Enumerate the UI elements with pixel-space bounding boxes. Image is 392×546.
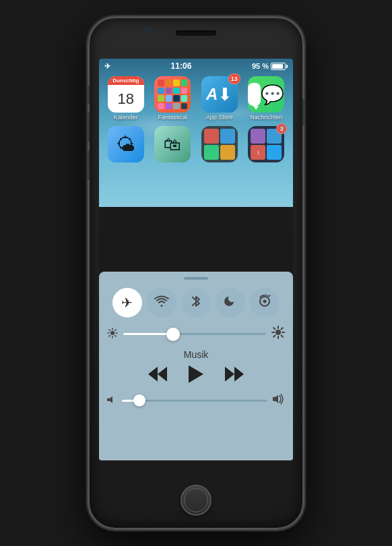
cc-toggle-airplane[interactable]: ✈	[112, 288, 142, 317]
status-left: ✈	[104, 62, 110, 71]
app-grid-row1: Dunschtig 18 Kalender	[99, 73, 293, 123]
app-label-fantastical: Fantastical	[158, 114, 187, 121]
power-button[interactable]	[302, 99, 305, 126]
calendar-header: Dunschtig	[108, 76, 144, 85]
svg-line-17	[282, 336, 283, 337]
svg-line-10	[109, 336, 110, 337]
app-icon-wrapper-calendar: Dunschtig 18 Kalender	[104, 76, 148, 121]
volume-slider-thumb	[133, 394, 145, 406]
svg-point-11	[275, 330, 281, 335]
cc-toggles-row: ✈	[99, 282, 293, 323]
bluetooth-icon	[191, 294, 201, 312]
brightness-slider-thumb	[166, 328, 180, 341]
volume-slider-track[interactable]	[122, 400, 267, 402]
app-label-messages: Nachrichten	[250, 114, 282, 121]
svg-line-18	[282, 328, 283, 329]
cc-brightness-row	[99, 323, 293, 345]
svg-marker-25	[107, 396, 112, 403]
cc-toggle-wifi[interactable]	[147, 288, 176, 317]
svg-point-2	[110, 331, 115, 335]
app-grid-row2: t 3	[99, 123, 293, 165]
home-button-inner	[184, 488, 208, 512]
battery-percentage: 95 %	[252, 62, 269, 70]
svg-marker-24	[234, 367, 244, 382]
svg-line-9	[115, 330, 117, 331]
airplane-mode-icon: ✈	[104, 62, 110, 71]
app-icon-misc2[interactable]: t 3	[248, 126, 284, 162]
svg-line-7	[109, 330, 110, 331]
rotation-lock-icon	[257, 294, 272, 312]
home-button[interactable]	[181, 485, 211, 516]
volume-up-button[interactable]	[87, 113, 90, 142]
airplane-icon: ✈	[121, 295, 133, 311]
brightness-high-icon	[271, 326, 285, 342]
app-icon-wrapper-appstore: A 13 App Store	[198, 76, 241, 121]
app-icon-shopping[interactable]	[154, 126, 191, 162]
app-icon-wrapper-messages: Nachrichten	[245, 76, 288, 121]
cc-toggle-dnd[interactable]	[216, 288, 245, 317]
appstore-logo: A	[206, 85, 218, 104]
cc-ffwd-button[interactable]	[225, 367, 244, 386]
svg-line-19	[273, 336, 275, 337]
app-icon-wrapper-fantastical: Fantastical	[152, 76, 195, 121]
phone-screen: ✈ 11:06 95 % Dunschtig 18 Kalende	[99, 59, 293, 460]
volume-down-button[interactable]	[87, 150, 90, 180]
wifi-icon	[154, 295, 169, 311]
app-label-appstore: App Store	[206, 114, 233, 121]
app-icon-wrapper-misc1	[198, 126, 241, 162]
app-icon-messages[interactable]	[248, 76, 284, 113]
svg-point-1	[263, 299, 267, 303]
app-icon-wrapper-misc2: t 3	[245, 126, 288, 162]
app-label-calendar: Kalender	[114, 114, 138, 121]
messages-bubble	[248, 83, 261, 106]
cc-drag-handle[interactable]	[99, 272, 293, 282]
svg-marker-21	[148, 367, 158, 382]
app-icon-appstore[interactable]: A 13	[201, 76, 238, 113]
phone-frame: ✈ 11:06 95 % Dunschtig 18 Kalende	[88, 17, 304, 529]
cc-volume-row	[99, 390, 293, 411]
brightness-slider-fill	[123, 333, 173, 335]
app-icon-misc1[interactable]	[201, 126, 238, 162]
svg-line-16	[273, 328, 275, 329]
app-icon-fantastical[interactable]	[154, 76, 191, 113]
app-icon-weather[interactable]	[108, 126, 144, 162]
mute-button[interactable]	[87, 86, 90, 104]
cc-rewind-button[interactable]	[148, 367, 167, 386]
status-bar: ✈ 11:06 95 %	[99, 59, 293, 73]
moon-icon	[224, 295, 237, 311]
volume-low-icon	[107, 395, 117, 406]
status-right: 95 %	[252, 62, 288, 70]
brightness-low-icon	[107, 328, 118, 340]
svg-marker-22	[189, 365, 203, 383]
battery-icon	[271, 63, 288, 70]
speaker-grille	[176, 30, 216, 36]
svg-marker-23	[225, 367, 234, 382]
cc-toggle-rotation[interactable]	[250, 288, 280, 317]
cc-toggle-bluetooth[interactable]	[181, 288, 211, 317]
svg-line-8	[115, 336, 117, 337]
volume-high-icon	[273, 394, 285, 407]
cc-play-button[interactable]	[189, 365, 203, 387]
brightness-slider-track[interactable]	[123, 333, 266, 335]
app-badge-appstore: 13	[228, 73, 240, 84]
cc-playback-controls	[99, 363, 293, 390]
cc-handle-bar	[184, 277, 208, 280]
svg-marker-20	[158, 367, 167, 382]
app-icon-wrapper-weather	[104, 126, 148, 162]
app-icon-wrapper-shopping	[152, 126, 195, 162]
front-camera	[145, 28, 151, 33]
app-badge-misc2: 3	[276, 123, 287, 134]
svg-marker-26	[273, 395, 278, 403]
app-icon-calendar[interactable]: Dunschtig 18	[108, 76, 144, 113]
status-time: 11:06	[171, 61, 192, 71]
cc-music-label: Musik	[99, 345, 293, 363]
control-center: ✈	[99, 272, 293, 460]
calendar-day: 18	[108, 85, 144, 113]
